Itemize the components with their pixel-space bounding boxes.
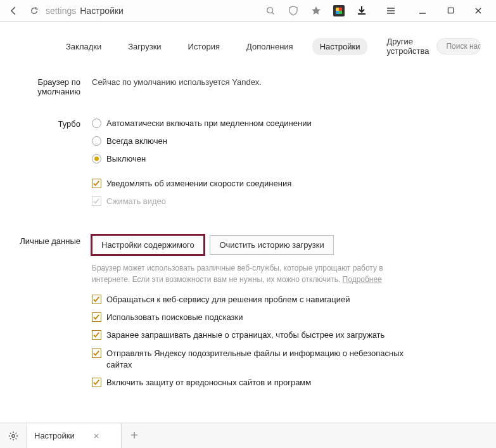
check-send-suspicious[interactable] — [92, 349, 101, 358]
check-label: Заранее запрашивать данные о страницах, … — [106, 330, 385, 341]
svg-point-0 — [267, 7, 273, 13]
radio-label: Всегда включен — [106, 136, 167, 147]
window-minimize-button[interactable] — [414, 4, 431, 17]
reader-mode-icon[interactable] — [264, 4, 277, 17]
nav-tab-downloads[interactable]: Загрузки — [120, 38, 169, 55]
content-settings-button[interactable]: Настройки содержимого — [92, 235, 204, 255]
turbo-check-notify[interactable] — [92, 179, 101, 188]
learn-more-link[interactable]: Подробнее — [343, 275, 382, 284]
address-bar[interactable]: settings Настройки — [46, 6, 260, 16]
tab-close-button[interactable]: × — [94, 430, 99, 441]
nav-tab-bookmarks[interactable]: Закладки — [58, 38, 109, 55]
check-nav-errors[interactable] — [92, 295, 101, 304]
settings-content: Браузер по умолчанию Сейчас по умолчанию… — [0, 68, 496, 442]
section-label: Браузер по умолчанию — [13, 76, 92, 96]
browser-tab-settings[interactable]: Настройки × — [27, 423, 122, 448]
radio-label: Автоматически включать при медленном сое… — [106, 118, 312, 129]
bookmark-star-icon[interactable] — [310, 4, 322, 17]
reload-button[interactable] — [27, 3, 42, 18]
section-label: Личные данные — [13, 235, 92, 395]
page-title: Настройки — [80, 6, 124, 16]
check-label: Отправлять Яндексу подозрительные файлы … — [106, 348, 423, 371]
section-turbo: Турбо Автоматически включать при медленн… — [13, 118, 483, 214]
default-browser-status: Сейчас по умолчанию используется Yandex. — [92, 76, 483, 87]
svg-rect-1 — [448, 8, 453, 13]
section-personal-data: Личные данные Настройки содержимого Очис… — [13, 235, 483, 395]
nav-tab-settings[interactable]: Настройки — [312, 38, 368, 55]
check-label: Использовать поисковые подсказки — [106, 312, 243, 323]
window-maximize-button[interactable] — [442, 4, 459, 17]
shield-icon[interactable] — [287, 4, 300, 17]
clear-download-history-button[interactable]: Очистить историю загрузки — [210, 235, 333, 255]
settings-search-input[interactable]: Поиск настроек — [436, 38, 481, 54]
section-label: Турбо — [13, 118, 92, 214]
titlebar: settings Настройки — [0, 0, 496, 22]
menu-button[interactable] — [385, 4, 397, 17]
check-search-suggest[interactable] — [92, 312, 101, 322]
window-close-button[interactable] — [469, 4, 487, 17]
url-scheme: settings — [46, 6, 76, 16]
turbo-check-compress-video — [92, 196, 101, 206]
check-label: Уведомлять об изменении скорости соедине… — [106, 178, 291, 189]
radio-label: Выключен — [106, 153, 146, 165]
browser-tabbar: Настройки × + — [0, 423, 496, 448]
check-label: Включить защиту от вредоносных сайтов и … — [106, 377, 311, 388]
nav-tab-history[interactable]: История — [181, 38, 227, 55]
settings-nav: Закладки Загрузки История Дополнения Нас… — [0, 22, 496, 68]
section-default-browser: Браузер по умолчанию Сейчас по умолчанию… — [13, 76, 483, 96]
check-label: Сжимать видео — [106, 196, 166, 207]
extension-icon[interactable] — [333, 4, 345, 17]
personal-hint-text: Браузер может использовать различные веб… — [92, 262, 396, 285]
turbo-radio-auto[interactable] — [92, 118, 101, 128]
tabbar-settings-button[interactable] — [0, 423, 27, 448]
nav-tab-extensions[interactable]: Дополнения — [239, 38, 301, 55]
check-malware-protect[interactable] — [92, 378, 101, 387]
new-tab-button[interactable]: + — [122, 423, 147, 448]
downloads-icon[interactable] — [355, 4, 368, 17]
tab-title: Настройки — [34, 431, 75, 440]
check-label: Обращаться к веб-сервису для решения про… — [106, 294, 350, 305]
svg-point-2 — [11, 434, 14, 437]
turbo-radio-always[interactable] — [92, 136, 101, 146]
check-prefetch[interactable] — [92, 330, 101, 340]
back-button[interactable] — [5, 3, 23, 18]
nav-tab-other-devices[interactable]: Другие устройства — [379, 33, 436, 60]
turbo-radio-off[interactable] — [92, 154, 101, 163]
